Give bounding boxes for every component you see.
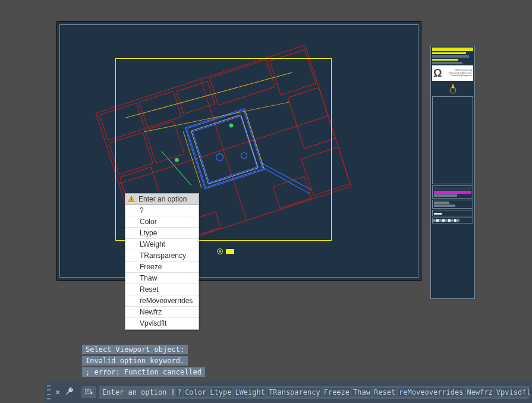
scale-bar	[433, 219, 472, 222]
svg-rect-1	[100, 103, 145, 140]
viewport-scale-widgets[interactable]	[217, 248, 234, 254]
commandbar-grip[interactable]	[47, 385, 51, 399]
svg-rect-8	[288, 87, 335, 149]
popup-option-freeze[interactable]: Freeze	[125, 262, 199, 273]
popup-option-lweight[interactable]: LWeight	[125, 239, 199, 250]
cmd-option-newfrz[interactable]: Newfrz	[466, 388, 494, 396]
svg-point-20	[175, 158, 180, 162]
history-line: Select Viewport object:	[82, 345, 188, 354]
svg-rect-13	[273, 177, 311, 208]
popup-option-vpvisdflt[interactable]: Vpvisdflt	[125, 318, 199, 329]
commandbar-settings-icon[interactable]	[65, 386, 74, 398]
cmd-option-reset[interactable]: Reset	[373, 388, 396, 396]
svg-rect-7	[145, 121, 184, 163]
titleblock-logo: Ω OM Engineering Electrical & Electronic…	[432, 65, 473, 81]
command-history: Select Viewport object:Invalid option ke…	[82, 345, 205, 379]
cmd-option-freeze[interactable]: Freeze	[323, 388, 351, 396]
popup-option-ltype[interactable]: Ltype	[125, 228, 199, 239]
popup-option-reset[interactable]: Reset	[125, 284, 199, 295]
svg-point-19	[240, 152, 248, 159]
svg-rect-4	[210, 59, 275, 105]
history-line: ; error: Function cancelled	[82, 367, 205, 377]
popup-header: Enter an option	[125, 194, 199, 205]
svg-rect-3	[177, 81, 215, 114]
svg-rect-25	[131, 200, 131, 201]
cmd-option-?[interactable]: ?	[176, 388, 182, 396]
command-options-popup[interactable]: Enter an option ?ColorLtypeLWeightTRansp…	[125, 193, 199, 330]
history-line: Invalid option keyword.	[82, 356, 188, 366]
commandbar-history-dropdown[interactable]	[81, 386, 96, 398]
cmd-option-color[interactable]: Color	[184, 388, 207, 396]
titleblock: Ω OM Engineering Electrical & Electronic…	[430, 46, 475, 299]
command-line-input[interactable]: Enter an option [? Color Ltype LWeight T…	[99, 386, 530, 399]
svg-rect-24	[131, 198, 131, 200]
cmd-option-removeoverrides[interactable]: reMoveoverrides	[398, 388, 464, 396]
cmd-option-transparency[interactable]: TRansparency	[267, 388, 322, 396]
popup-option-newfrz[interactable]: Newfrz	[125, 307, 199, 318]
popup-option-?[interactable]: ?	[125, 205, 199, 216]
layout-sheet[interactable]: Ω OM Engineering Electrical & Electronic…	[56, 21, 421, 281]
popup-option-thaw[interactable]: Thaw	[125, 273, 199, 284]
viewport-lock-icon[interactable]	[217, 248, 223, 254]
cmd-option-lweight[interactable]: LWeight	[234, 388, 266, 396]
svg-point-23	[450, 87, 456, 93]
svg-point-21	[229, 123, 234, 128]
command-line-bar[interactable]: × Enter an option [? Color Ltype LWeight…	[45, 382, 532, 403]
svg-rect-2	[139, 91, 181, 127]
warning-icon	[128, 196, 135, 203]
popup-option-color[interactable]: Color	[125, 216, 199, 228]
omega-icon: Ω	[433, 68, 442, 78]
cad-drawing	[57, 22, 422, 281]
north-arrow-icon	[431, 82, 474, 95]
popup-header-text: Enter an option	[138, 195, 187, 203]
popup-option-transparency[interactable]: TRansparency	[125, 250, 199, 262]
svg-line-15	[200, 79, 246, 221]
commandbar-close-icon[interactable]: ×	[53, 388, 62, 397]
svg-rect-6	[109, 133, 153, 175]
popup-option-removeoverrides[interactable]: reMoveoverrides	[125, 295, 199, 307]
svg-point-18	[215, 153, 224, 162]
cmd-option-vpvisdflt[interactable]: Vpvisdflt	[495, 388, 530, 396]
cmd-option-ltype[interactable]: Ltype	[209, 388, 232, 396]
viewport-scale-icon[interactable]	[226, 249, 234, 254]
model-paper-space[interactable]: Ω OM Engineering Electrical & Electronic…	[0, 0, 532, 382]
cmd-option-thaw[interactable]: Thaw	[352, 388, 372, 396]
